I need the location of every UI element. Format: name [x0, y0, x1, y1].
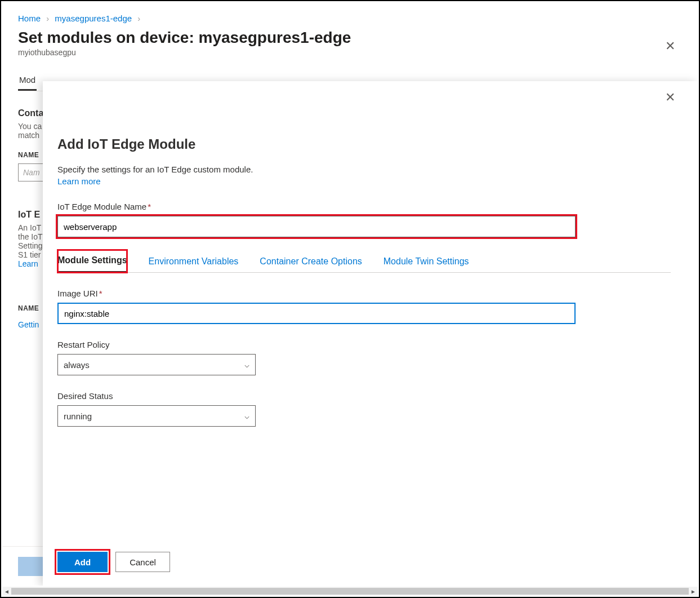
desired-status-label: Desired Status [57, 391, 671, 401]
panel-footer: Add Cancel [57, 541, 671, 572]
page-subtitle: myiothubasegpu [18, 48, 682, 57]
row-getting-started[interactable]: Gettin [18, 320, 39, 329]
learn-link[interactable]: Learn [18, 259, 38, 268]
tab-environment-variables[interactable]: Environment Variables [149, 251, 239, 272]
tab-module-settings[interactable]: Module Settings [57, 250, 127, 273]
chevron-right-icon: › [137, 14, 140, 23]
breadcrumb: Home › myasegpures1-edge › [18, 14, 682, 23]
tab-module-twin-settings[interactable]: Module Twin Settings [384, 251, 469, 272]
close-icon[interactable]: ✕ [665, 90, 675, 105]
restart-policy-value: always [64, 360, 90, 370]
scroll-left-icon[interactable]: ◄ [2, 588, 11, 595]
module-name-label: IoT Edge Module Name* [57, 202, 671, 211]
desired-status-value: running [64, 411, 92, 421]
panel-tabs: Module Settings Environment Variables Co… [57, 250, 671, 273]
breadcrumb-home[interactable]: Home [18, 14, 41, 23]
desired-status-select[interactable]: running ⌵ [57, 405, 256, 427]
cancel-button[interactable]: Cancel [115, 552, 170, 572]
panel-description: Specify the settings for an IoT Edge cus… [57, 165, 671, 174]
horizontal-scrollbar[interactable]: ◄ ► [2, 587, 698, 596]
panel-title: Add IoT Edge Module [57, 136, 671, 152]
page-title: Set modules on device: myasegpures1-edge [18, 29, 682, 47]
module-name-input[interactable] [57, 216, 576, 237]
tab-container-create-options[interactable]: Container Create Options [260, 251, 362, 272]
scroll-right-icon[interactable]: ► [689, 588, 698, 595]
chevron-down-icon: ⌵ [244, 360, 249, 370]
tab-modules[interactable]: Mod [18, 70, 37, 91]
breadcrumb-device[interactable]: myasegpures1-edge [55, 14, 132, 23]
restart-policy-label: Restart Policy [57, 340, 671, 349]
add-button[interactable]: Add [57, 552, 108, 572]
image-uri-label: Image URI* [57, 289, 671, 298]
chevron-down-icon: ⌵ [244, 411, 249, 421]
chevron-right-icon: › [46, 14, 49, 23]
add-module-panel: ✕ Add IoT Edge Module Specify the settin… [43, 81, 698, 586]
bg-footer-button[interactable] [18, 557, 43, 576]
restart-policy-select[interactable]: always ⌵ [57, 354, 256, 375]
close-icon[interactable]: ✕ [665, 39, 675, 54]
image-uri-input[interactable] [57, 303, 576, 324]
learn-more-link[interactable]: Learn more [57, 176, 671, 186]
